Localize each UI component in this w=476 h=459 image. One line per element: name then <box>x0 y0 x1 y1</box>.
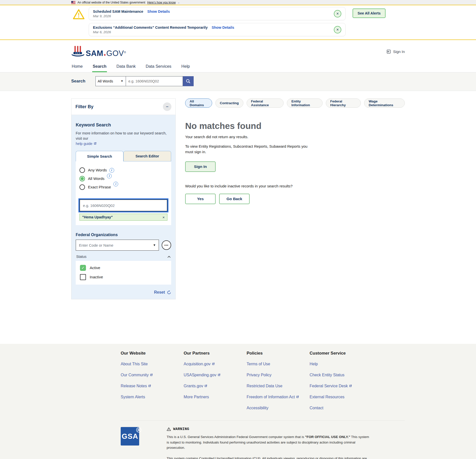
logo-text: SAM★GOV® <box>86 49 126 57</box>
chip-remove-icon[interactable]: × <box>162 215 165 219</box>
nav-item-home[interactable]: Home <box>71 63 83 72</box>
footer-link-more-partners[interactable]: More Partners <box>184 395 247 399</box>
include-inactive-question: Would you like to include inactive recor… <box>185 184 405 188</box>
footer-link-about-this-site[interactable]: About This Site <box>121 362 184 366</box>
results-section: All Domains Contracting Federal Assistan… <box>185 98 405 204</box>
footer-link-accessibility[interactable]: Accessibility <box>247 406 310 410</box>
footer-heading: Our Partners <box>184 351 247 356</box>
banner-how-link[interactable]: Here’s how you know <box>147 1 176 4</box>
footer-link-our-community[interactable]: Our Community <box>121 373 184 377</box>
footer-link-release-notes[interactable]: Release Notes <box>121 384 184 388</box>
warning-paragraph-2: This system contains Controlled Unclassi… <box>167 456 372 459</box>
external-link-icon <box>217 373 221 377</box>
uncle-sam-hat-icon <box>71 46 85 57</box>
status-options-box: ✓ Active Inactive <box>76 261 171 285</box>
domain-pill-federal-hierarchy[interactable]: Federal Hierarchy <box>326 98 361 108</box>
footer-link-terms-of-use[interactable]: Terms of Use <box>247 362 310 366</box>
info-icon[interactable]: i <box>109 168 114 173</box>
footer-link-external-resources[interactable]: External Resources <box>310 395 373 399</box>
radio-any-words[interactable] <box>79 167 85 173</box>
info-icon[interactable]: i <box>113 182 118 186</box>
footer-link-contact[interactable]: Contact <box>310 406 373 410</box>
warning-paragraph-1: This is a U.S. General Services Administ… <box>167 434 372 451</box>
footer-link-system-alerts[interactable]: System Alerts <box>121 395 184 399</box>
footer-heading: Our Website <box>121 351 184 356</box>
footer-link-usaspending-gov[interactable]: USASpending.gov <box>184 373 247 377</box>
star-icon: ★ <box>103 53 106 57</box>
alert-show-details-link[interactable]: Show Details <box>147 9 170 13</box>
footer-link-privacy-policy[interactable]: Privacy Policy <box>247 373 310 377</box>
gsa-registered-mark: ® <box>136 426 142 434</box>
footer-link-label: Our Community <box>121 373 149 377</box>
nav-item-help[interactable]: Help <box>181 63 190 72</box>
fed-org-more-button[interactable]: ••• <box>162 240 171 250</box>
nav-item-search[interactable]: Search <box>92 63 107 72</box>
alert-close-button[interactable]: × <box>334 26 341 33</box>
keyword-input[interactable] <box>79 199 167 211</box>
external-link-icon <box>204 384 207 388</box>
keyword-search-heading: Keyword Search <box>76 122 171 128</box>
alert-list: Scheduled SAM Maintenance Show Details M… <box>89 7 346 36</box>
domain-pill-wage-determinations[interactable]: Wage Determinations <box>364 98 405 108</box>
info-icon[interactable]: i <box>107 174 112 178</box>
radio-exact-phrase-label: Exact Phrase <box>88 185 111 189</box>
logo-sam: SAM <box>86 49 103 58</box>
checkbox-active-label: Active <box>90 266 100 270</box>
footer-link-foia[interactable]: Freedom of Information Act <box>247 395 310 399</box>
domain-pill-entity-information[interactable]: Entity Information <box>287 98 322 108</box>
tab-search-editor[interactable]: Search Editor <box>123 151 171 161</box>
sign-in-label: Sign In <box>393 49 405 54</box>
domain-pill-contracting[interactable]: Contracting <box>215 98 243 108</box>
external-link-icon <box>150 373 153 377</box>
reset-filters-link[interactable]: Reset <box>154 290 165 295</box>
alert-close-button[interactable]: × <box>334 10 341 17</box>
yes-button[interactable]: Yes <box>185 194 216 204</box>
footer-link-check-entity-status[interactable]: Check Entity Status <box>310 373 373 377</box>
radio-exact-phrase[interactable] <box>79 184 85 190</box>
main-content: Filter By − Keyword Search For more info… <box>0 91 476 299</box>
alert-card: Scheduled SAM Maintenance Show Details M… <box>89 7 346 20</box>
alert-title: Exclusions “Additional Comments” Content… <box>93 25 208 29</box>
footer-link-grants-gov[interactable]: Grants.gov <box>184 384 247 388</box>
alert-title: Scheduled SAM Maintenance <box>93 9 143 13</box>
tab-simple-search[interactable]: Simple Search <box>76 151 123 161</box>
chevron-down-icon: ⌄ <box>178 1 180 4</box>
search-mode-select[interactable]: All Words <box>95 76 126 86</box>
see-all-alerts-button[interactable]: See All Alerts <box>353 8 386 18</box>
footer-link-restricted-data-use[interactable]: Restricted Data Use <box>247 384 310 388</box>
warning-small-icon <box>167 427 171 431</box>
domain-pill-all-domains[interactable]: All Domains <box>185 98 212 108</box>
close-icon: × <box>336 27 339 32</box>
filter-panel-header: Filter By − <box>71 99 175 115</box>
domain-pill-federal-assistance[interactable]: Federal Assistance <box>247 98 284 108</box>
go-back-button[interactable]: Go Back <box>219 194 250 204</box>
checkbox-inactive[interactable] <box>80 274 86 280</box>
keyword-tabs: Simple Search Search Editor <box>76 151 171 161</box>
alert-show-details-link[interactable]: Show Details <box>212 25 234 29</box>
help-guide-link[interactable]: help guide <box>76 142 97 146</box>
minus-icon: − <box>166 104 169 109</box>
sign-in-icon <box>386 49 391 54</box>
close-icon: × <box>336 11 339 16</box>
global-search-input[interactable] <box>126 76 183 86</box>
logo-gov: GOV <box>106 49 124 58</box>
fed-org-combobox[interactable] <box>76 240 159 251</box>
search-submit-button[interactable] <box>183 76 194 86</box>
status-section-header[interactable]: Status <box>76 255 171 259</box>
ellipsis-icon: ••• <box>164 243 169 247</box>
footer-link-acquisition-gov[interactable]: Acquisition.gov <box>184 362 247 366</box>
nav-item-data-services[interactable]: Data Services <box>145 63 172 72</box>
footer-heading: Customer Service <box>310 351 373 356</box>
radio-all-words[interactable] <box>79 176 85 181</box>
reset-refresh-icon[interactable] <box>167 290 171 295</box>
site-header: SAM★GOV® Sign In <box>0 40 476 63</box>
sign-in-button[interactable]: Sign In <box>185 161 216 172</box>
collapse-filters-button[interactable]: − <box>163 102 171 111</box>
footer-link-federal-service-desk[interactable]: Federal Service Desk <box>310 384 373 388</box>
footer-link-help[interactable]: Help <box>310 362 373 366</box>
gsa-label: GSA <box>122 432 138 441</box>
checkbox-active[interactable]: ✓ <box>80 265 86 271</box>
header-sign-in-link[interactable]: Sign In <box>386 49 405 54</box>
nav-item-data-bank[interactable]: Data Bank <box>116 63 136 72</box>
sam-gov-logo[interactable]: SAM★GOV® <box>71 46 126 57</box>
